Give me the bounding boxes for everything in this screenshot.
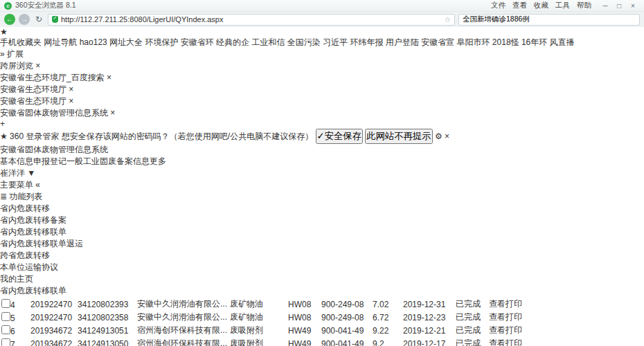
sidebar-item[interactable]: 省内危废转移备案 bbox=[0, 215, 644, 226]
refresh-button[interactable]: ↻ bbox=[33, 15, 44, 24]
cell-quantity: 7.02 bbox=[373, 298, 402, 310]
view-link[interactable]: 查看 bbox=[489, 312, 506, 322]
cell-date: 2019-12-21 bbox=[403, 325, 454, 336]
collapse-icon[interactable]: « bbox=[35, 180, 40, 190]
cell-plan-id: 201934672 bbox=[30, 338, 76, 346]
cell-quantity: 9.22 bbox=[373, 325, 402, 336]
bookmarks-overflow-icon[interactable]: » bbox=[0, 49, 5, 59]
print-link[interactable]: 打印 bbox=[506, 325, 522, 335]
url-input[interactable] bbox=[61, 15, 441, 24]
content-area: 我的主页省内危废转移联单 4 201922470 34120802393 bbox=[0, 273, 644, 346]
print-link[interactable]: 打印 bbox=[506, 338, 522, 346]
sidebar-item[interactable]: 本单位运输协议 bbox=[0, 262, 644, 273]
cell-waste-code: 900-041-49 bbox=[321, 338, 371, 346]
cell-status: 已完成 bbox=[456, 298, 488, 310]
nav-item[interactable]: 备案信息 bbox=[116, 156, 150, 166]
tab-close-icon[interactable]: × bbox=[35, 61, 40, 71]
menu-item[interactable]: 工具 bbox=[555, 1, 570, 10]
search-box[interactable] bbox=[458, 14, 640, 26]
nav-item[interactable]: 更多 bbox=[150, 156, 166, 166]
bookmark-item[interactable]: 工业和信 bbox=[251, 37, 285, 47]
dismiss-site-button[interactable]: 此网站不再提示 bbox=[365, 129, 432, 144]
row-number: 4 bbox=[10, 300, 15, 310]
sidebar-item[interactable]: 省内危废转移联单 bbox=[0, 226, 644, 238]
close-button[interactable]: × bbox=[626, 2, 640, 10]
menu-item[interactable]: 文件 bbox=[491, 1, 506, 10]
favorite-star-icon[interactable]: ☆ bbox=[444, 15, 451, 24]
app-title: 安徽省固体废物管理信息系统 bbox=[0, 145, 108, 154]
browser-title: 360安全浏览器 8.1 bbox=[15, 1, 76, 10]
table-row: 6 201934672 34124913051 宿州海创环保科技有限... 废吸… bbox=[1, 325, 532, 336]
address-bar[interactable]: ☆ bbox=[48, 14, 455, 26]
nav-item[interactable]: 基本信息 bbox=[0, 156, 33, 166]
settings-gear-icon[interactable]: ⚙ bbox=[435, 131, 442, 141]
view-link[interactable]: 查看 bbox=[489, 299, 506, 309]
bookmark-item[interactable]: 经典的企 bbox=[216, 37, 249, 47]
print-link[interactable]: 打印 bbox=[506, 299, 522, 309]
content-tab[interactable]: 我的主页 bbox=[0, 273, 644, 285]
minimize-button[interactable]: ─ bbox=[598, 2, 612, 10]
sidebar-item[interactable]: 省内危废转移联单退运 bbox=[0, 238, 644, 250]
table-row: 4 201922470 34120802393 安徽中久润滑油有限公... 废矿… bbox=[1, 298, 532, 310]
menu-item[interactable]: 收藏 bbox=[534, 1, 548, 10]
maximize-button[interactable]: □ bbox=[612, 2, 626, 10]
bookmark-item[interactable]: 全国污染 bbox=[287, 37, 321, 47]
user-menu[interactable]: 崔洋洋 ▼ bbox=[0, 167, 644, 179]
favorites-icon[interactable]: ★ bbox=[0, 27, 8, 37]
extensions-button[interactable]: 扩展 bbox=[7, 49, 24, 59]
row-checkbox[interactable] bbox=[1, 299, 10, 308]
back-button[interactable]: ← bbox=[4, 14, 15, 25]
nav-item[interactable]: 申报登记 bbox=[33, 156, 66, 166]
sidebar-menu: 省内危废转移省内危废转移备案省内危废转移联单省内危废转移联单退运跨省危废转移本单… bbox=[0, 203, 644, 273]
browser-tab[interactable]: 安徽省生态环境厅 × bbox=[0, 84, 644, 95]
sidebar-item[interactable]: 跨省危废转移 bbox=[0, 250, 644, 262]
bookmark-item[interactable]: 网址导航 bbox=[44, 37, 77, 47]
bookmark-item[interactable]: 风直播 bbox=[550, 37, 575, 47]
menu-item[interactable]: 帮助 bbox=[577, 1, 591, 10]
bookmark-item[interactable]: 16年环 bbox=[521, 37, 547, 47]
row-checkbox[interactable] bbox=[1, 338, 10, 346]
search-input[interactable] bbox=[463, 15, 630, 24]
view-link[interactable]: 查看 bbox=[489, 325, 506, 335]
browser-tab[interactable]: 安徽省固体废物管理信息系统 × bbox=[0, 107, 644, 119]
content-tab[interactable]: 省内危废转移联单 bbox=[0, 285, 644, 297]
menu-item[interactable]: 查看 bbox=[512, 1, 527, 10]
bookmark-item[interactable]: 习近平 bbox=[323, 37, 348, 47]
tab-close-icon[interactable]: × bbox=[69, 96, 73, 106]
browser-tab[interactable]: 安徽省生态环境厅_百度搜索 × bbox=[0, 72, 644, 84]
bookmark-item[interactable]: 环境保护 bbox=[145, 37, 178, 47]
print-link[interactable]: 打印 bbox=[506, 312, 522, 322]
bookmark-item[interactable]: 安徽省环 bbox=[181, 37, 214, 47]
tab-close-icon[interactable]: × bbox=[69, 84, 73, 94]
sidebar-section-label: 功能列表 bbox=[9, 192, 42, 201]
bookmark-item[interactable]: 手机收藏夹 bbox=[0, 37, 42, 47]
security-shield-icon bbox=[52, 16, 58, 23]
new-tab-button[interactable]: + bbox=[0, 119, 5, 129]
bookmark-item[interactable]: 安徽省宣 bbox=[421, 37, 454, 47]
sidebar-section-header[interactable]: ≣ 功能列表 bbox=[0, 191, 644, 203]
browser-tab[interactable]: 安徽省生态环境厅 × bbox=[0, 95, 644, 107]
bookmark-item[interactable]: 网址大全 bbox=[109, 37, 143, 47]
bookmark-item[interactable]: 2018怪 bbox=[492, 37, 519, 47]
row-checkbox[interactable] bbox=[1, 325, 10, 334]
tab-close-icon[interactable]: × bbox=[110, 108, 115, 118]
bookmark-item[interactable]: 用户登陆 bbox=[386, 37, 419, 47]
forward-button[interactable]: → bbox=[19, 14, 30, 25]
cell-company: 宿州海创环保科技有限... bbox=[137, 338, 229, 346]
cell-status: 已完成 bbox=[456, 325, 488, 336]
cell-waste-category: HW08 bbox=[288, 311, 320, 323]
tab-close-icon[interactable]: × bbox=[107, 73, 111, 82]
bookmark-item[interactable]: 阜阳市环 bbox=[457, 37, 490, 47]
row-checkbox[interactable] bbox=[1, 312, 10, 321]
browser-tab[interactable]: 跨屏浏览 × bbox=[0, 60, 644, 72]
bookmark-item[interactable]: 环纬年报 bbox=[350, 37, 383, 47]
cell-quantity: 9.2 bbox=[373, 338, 402, 346]
save-password-button[interactable]: ✓安全保存 bbox=[316, 129, 363, 144]
cell-date: 2019-12-17 bbox=[403, 338, 454, 346]
view-link[interactable]: 查看 bbox=[489, 338, 506, 346]
sidebar-item[interactable]: 省内危废转移 bbox=[0, 203, 644, 215]
bookmark-item[interactable]: hao123 bbox=[80, 37, 107, 47]
nav-item[interactable]: 一般工业固废 bbox=[66, 156, 116, 166]
notification-close-icon[interactable]: × bbox=[445, 131, 449, 141]
sidebar: 主要菜单 « ≣ 功能列表 省内危废转移省内危废转移备案省内危废转移联单省内危废… bbox=[0, 179, 644, 273]
